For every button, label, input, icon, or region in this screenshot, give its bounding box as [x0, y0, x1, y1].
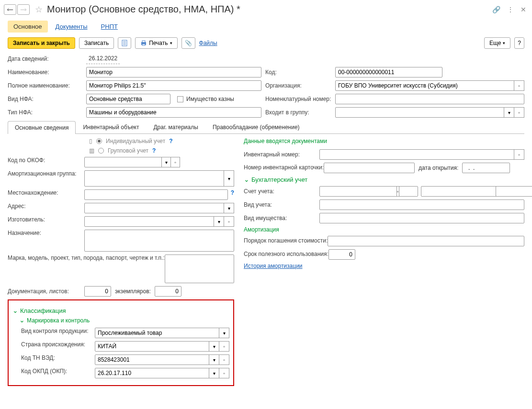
nav-forward-button[interactable]: 🡒	[17, 4, 30, 15]
prop-type-label: Вид имущества:	[244, 215, 319, 221]
open-date-input[interactable]	[462, 163, 510, 173]
okpd-open-button[interactable]: ▫	[219, 368, 229, 378]
useful-life-input[interactable]	[328, 249, 355, 260]
country-open-button[interactable]: ▫	[219, 341, 229, 352]
group-dropdown-button[interactable]: ▾	[504, 107, 514, 118]
print-button[interactable]: Печать ▾	[135, 37, 177, 49]
copies-label: экземпляров:	[115, 288, 151, 295]
nom-input[interactable]	[335, 94, 524, 104]
account-input[interactable]	[319, 186, 397, 197]
fullname-input[interactable]	[86, 80, 261, 91]
manufacturer-label: Изготовитель:	[8, 216, 84, 223]
code-input[interactable]	[335, 67, 442, 77]
control-type-input[interactable]	[95, 328, 219, 338]
location-input[interactable]	[84, 189, 228, 200]
chevron-down-icon	[244, 176, 249, 183]
save-button[interactable]: Записать	[79, 37, 114, 49]
classification-section[interactable]: Классификация	[12, 307, 229, 314]
subtab-main[interactable]: Основные сведения	[8, 121, 76, 134]
inv-card-label: Номер инвентарной карточки:	[244, 164, 324, 172]
nfa-type-input[interactable]	[86, 94, 170, 104]
help-icon[interactable]: ?	[231, 189, 234, 196]
manufacturer-open-button[interactable]: ▫	[224, 216, 234, 227]
more-button[interactable]: Еще ▾	[484, 37, 510, 49]
treasury-label: Имущество казны	[186, 96, 234, 102]
org-input[interactable]	[335, 80, 514, 91]
tab-rnpt[interactable]: РНПТ	[95, 21, 124, 33]
amort-group-label: Амортизационная группа:	[8, 170, 84, 177]
attach-button[interactable]: 📎	[181, 37, 195, 49]
okpd-dropdown-button[interactable]: ▾	[209, 368, 219, 378]
kebab-menu-icon[interactable]: ⋮	[507, 6, 514, 13]
country-input[interactable]	[95, 341, 209, 352]
chevron-down-icon	[19, 317, 25, 324]
close-icon[interactable]: ✕	[521, 6, 526, 13]
docs-sheets-input[interactable]	[84, 286, 111, 297]
address-dropdown-button[interactable]: ▾	[224, 203, 234, 213]
marking-section[interactable]: Маркировка и контроль	[19, 317, 229, 324]
purpose-textarea[interactable]	[84, 230, 234, 252]
okof-dropdown-button[interactable]: ▾	[161, 157, 171, 167]
amort-group-dropdown-button[interactable]: ▾	[224, 170, 234, 187]
date-label: Дата сведений:	[8, 55, 86, 62]
okof-open-button[interactable]: ▫	[170, 157, 180, 167]
nav-back-button[interactable]: 🡐	[4, 4, 16, 15]
radio-individual[interactable]	[96, 138, 102, 144]
account-extra3-input[interactable]	[496, 186, 532, 197]
subtab-inventory[interactable]: Инвентарный объект	[76, 121, 146, 133]
group-open-button[interactable]: ▫	[514, 107, 524, 118]
help-button[interactable]: ?	[514, 37, 524, 49]
subtab-materials[interactable]: Драг. материалы	[146, 121, 205, 133]
nfa-kind-input[interactable]	[86, 107, 261, 118]
help-icon[interactable]: ?	[152, 147, 156, 154]
chevron-down-icon: ▾	[503, 41, 505, 45]
acct-type-input[interactable]	[319, 199, 524, 210]
favorite-star-icon[interactable]: ☆	[34, 4, 44, 15]
chevron-down-icon	[12, 307, 18, 314]
control-type-dropdown-button[interactable]: ▾	[219, 328, 229, 338]
repay-label: Порядок погашения стоимости:	[244, 237, 328, 245]
save-close-button[interactable]: Записать и закрыть	[8, 37, 75, 49]
list-button[interactable]	[118, 37, 131, 49]
tab-main[interactable]: Основное	[8, 21, 48, 33]
tnved-open-button[interactable]: ▫	[219, 354, 229, 365]
nfa-kind-label: Тип НФА:	[8, 109, 86, 116]
radio-group[interactable]	[98, 148, 104, 154]
tnved-input[interactable]	[95, 354, 209, 365]
manufacturer-input[interactable]	[84, 216, 214, 227]
location-label: Местонахождение:	[8, 189, 84, 196]
repay-input[interactable]	[328, 236, 524, 246]
manufacturer-dropdown-button[interactable]: ▾	[214, 216, 224, 227]
tab-documents[interactable]: Документы	[50, 21, 93, 33]
open-date-label: дата открытия:	[419, 165, 458, 171]
amort-history-link[interactable]: История амортизации	[244, 263, 303, 269]
tnved-dropdown-button[interactable]: ▾	[209, 354, 219, 365]
inv-num-open-button[interactable]: ▫	[514, 149, 524, 160]
country-dropdown-button[interactable]: ▾	[209, 341, 219, 352]
okof-input[interactable]	[84, 157, 162, 167]
treasury-checkbox[interactable]	[177, 96, 183, 102]
purpose-label: Назначение:	[8, 230, 84, 236]
prop-type-input[interactable]	[319, 213, 524, 223]
account-extra2-input[interactable]	[421, 186, 498, 197]
docs-copies-input[interactable]	[155, 286, 181, 297]
date-value[interactable]: 26.12.2022	[86, 54, 120, 64]
link-icon[interactable]: 🔗	[492, 6, 500, 13]
accounting-section[interactable]: Бухгалтерский учет	[244, 176, 524, 183]
okpd-input[interactable]	[95, 368, 209, 378]
amort-group-input[interactable]	[84, 170, 224, 187]
name-input[interactable]	[86, 67, 261, 77]
files-link[interactable]: Файлы	[199, 40, 217, 46]
subtab-rights[interactable]: Правообладание (обременение)	[205, 121, 307, 133]
help-icon[interactable]: ?	[169, 138, 172, 144]
group-input[interactable]	[335, 107, 504, 118]
inv-num-input[interactable]	[319, 149, 514, 160]
account-extra1-input[interactable]	[399, 186, 418, 197]
chevron-down-icon: ▾	[170, 41, 172, 45]
acct-type-label: Вид учета:	[244, 201, 319, 208]
inv-card-input[interactable]	[324, 163, 415, 173]
address-input[interactable]	[84, 203, 224, 213]
model-textarea[interactable]	[165, 254, 234, 283]
svg-rect-6	[142, 44, 145, 45]
org-open-button[interactable]: ▫	[514, 80, 524, 91]
